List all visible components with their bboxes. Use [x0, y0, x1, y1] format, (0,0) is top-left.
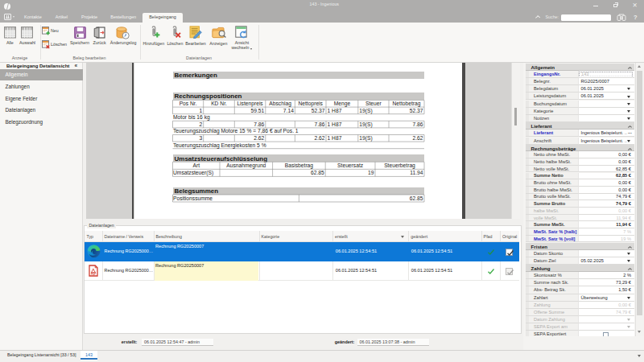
- svg-text:PDF: PDF: [91, 273, 96, 276]
